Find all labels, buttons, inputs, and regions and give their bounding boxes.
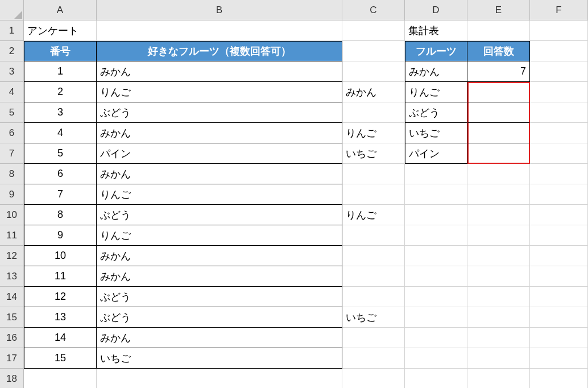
survey-id-cell[interactable]: 7 — [24, 184, 97, 205]
extra-value-cell[interactable]: みかん — [342, 82, 405, 102]
select-all-corner[interactable] — [0, 0, 24, 20]
survey-id-cell[interactable]: 8 — [24, 205, 97, 225]
cell-F8[interactable] — [530, 164, 588, 184]
cell-C2[interactable] — [342, 41, 405, 61]
cell-F3[interactable] — [530, 61, 588, 82]
cell-D12[interactable] — [405, 246, 467, 266]
cell-D1[interactable]: 集計表 — [405, 20, 467, 41]
summary-count-cell[interactable] — [467, 123, 530, 143]
summary-fruit-cell[interactable]: りんご — [405, 82, 467, 102]
col-header-E[interactable]: E — [467, 0, 530, 20]
cell-F14[interactable] — [530, 287, 588, 307]
cell-F18[interactable] — [530, 369, 588, 388]
cell-D11[interactable] — [405, 225, 467, 246]
survey-fruit-cell[interactable]: りんご — [97, 184, 342, 205]
row-header-2[interactable]: 2 — [0, 41, 24, 61]
survey-id-cell[interactable]: 4 — [24, 123, 97, 143]
cell-F10[interactable] — [530, 205, 588, 225]
row-header-1[interactable]: 1 — [0, 20, 24, 41]
cell-D13[interactable] — [405, 266, 467, 287]
cell-C9[interactable] — [342, 184, 405, 205]
survey-fruit-cell[interactable]: ぶどう — [97, 205, 342, 225]
spreadsheet[interactable]: ABCDEF1アンケート集計表2番号好きなフルーツ（複数回答可）フルーツ回答数3… — [0, 0, 588, 388]
extra-value-cell[interactable]: いちご — [342, 143, 405, 164]
col-header-A[interactable]: A — [24, 0, 97, 20]
cell-A1[interactable]: アンケート — [24, 20, 97, 41]
survey-id-cell[interactable]: 6 — [24, 164, 97, 184]
row-header-3[interactable]: 3 — [0, 61, 24, 82]
cell-C11[interactable] — [342, 225, 405, 246]
row-header-12[interactable]: 12 — [0, 246, 24, 266]
cell-C13[interactable] — [342, 266, 405, 287]
survey-fruit-cell[interactable]: いちご — [97, 348, 342, 369]
survey-id-cell[interactable]: 12 — [24, 287, 97, 307]
cell-B1[interactable] — [97, 20, 342, 41]
cell-D15[interactable] — [405, 307, 467, 328]
summary-count-cell[interactable] — [467, 102, 530, 123]
summary-count-cell[interactable] — [467, 82, 530, 102]
cell-D8[interactable] — [405, 164, 467, 184]
cell-E10[interactable] — [467, 205, 530, 225]
cell-E12[interactable] — [467, 246, 530, 266]
cell-E13[interactable] — [467, 266, 530, 287]
survey-fruit-cell[interactable]: みかん — [97, 266, 342, 287]
row-header-6[interactable]: 6 — [0, 123, 24, 143]
survey-fruit-cell[interactable]: みかん — [97, 246, 342, 266]
row-header-4[interactable]: 4 — [0, 82, 24, 102]
cell-C18[interactable] — [342, 369, 405, 388]
col-header-D[interactable]: D — [405, 0, 467, 20]
survey-id-cell[interactable]: 13 — [24, 307, 97, 328]
cell-F11[interactable] — [530, 225, 588, 246]
cell-E11[interactable] — [467, 225, 530, 246]
survey-id-cell[interactable]: 2 — [24, 82, 97, 102]
cell-E9[interactable] — [467, 184, 530, 205]
cell-D18[interactable] — [405, 369, 467, 388]
extra-value-cell[interactable]: いちご — [342, 307, 405, 328]
col-header-C[interactable]: C — [342, 0, 405, 20]
cell-D16[interactable] — [405, 328, 467, 348]
summary-fruit-cell[interactable]: ぶどう — [405, 102, 467, 123]
row-header-10[interactable]: 10 — [0, 205, 24, 225]
cell-F9[interactable] — [530, 184, 588, 205]
row-header-7[interactable]: 7 — [0, 143, 24, 164]
cell-C14[interactable] — [342, 287, 405, 307]
cell-C8[interactable] — [342, 164, 405, 184]
cell-F13[interactable] — [530, 266, 588, 287]
cell-C3[interactable] — [342, 61, 405, 82]
cell-E14[interactable] — [467, 287, 530, 307]
survey-id-cell[interactable]: 3 — [24, 102, 97, 123]
summary-count-cell[interactable]: 7 — [467, 61, 530, 82]
cell-F6[interactable] — [530, 123, 588, 143]
cell-F15[interactable] — [530, 307, 588, 328]
survey-fruit-cell[interactable]: りんご — [97, 82, 342, 102]
row-header-9[interactable]: 9 — [0, 184, 24, 205]
cell-F1[interactable] — [530, 20, 588, 41]
survey-id-cell[interactable]: 10 — [24, 246, 97, 266]
col-header-F[interactable]: F — [530, 0, 588, 20]
cell-F16[interactable] — [530, 328, 588, 348]
cell-F5[interactable] — [530, 102, 588, 123]
cell-C5[interactable] — [342, 102, 405, 123]
cell-C16[interactable] — [342, 328, 405, 348]
summary-fruit-cell[interactable]: パイン — [405, 143, 467, 164]
cell-C17[interactable] — [342, 348, 405, 369]
summary-header-fruit[interactable]: フルーツ — [405, 41, 467, 61]
summary-fruit-cell[interactable]: いちご — [405, 123, 467, 143]
survey-fruit-cell[interactable]: みかん — [97, 123, 342, 143]
cell-F2[interactable] — [530, 41, 588, 61]
cell-D14[interactable] — [405, 287, 467, 307]
survey-id-cell[interactable]: 14 — [24, 328, 97, 348]
survey-header-id[interactable]: 番号 — [24, 41, 97, 61]
cell-E18[interactable] — [467, 369, 530, 388]
col-header-B[interactable]: B — [97, 0, 342, 20]
survey-id-cell[interactable]: 1 — [24, 61, 97, 82]
cell-B18[interactable] — [97, 369, 342, 388]
cell-F12[interactable] — [530, 246, 588, 266]
row-header-16[interactable]: 16 — [0, 328, 24, 348]
cell-E15[interactable] — [467, 307, 530, 328]
cell-F4[interactable] — [530, 82, 588, 102]
row-header-5[interactable]: 5 — [0, 102, 24, 123]
cell-D17[interactable] — [405, 348, 467, 369]
cell-F17[interactable] — [530, 348, 588, 369]
summary-fruit-cell[interactable]: みかん — [405, 61, 467, 82]
